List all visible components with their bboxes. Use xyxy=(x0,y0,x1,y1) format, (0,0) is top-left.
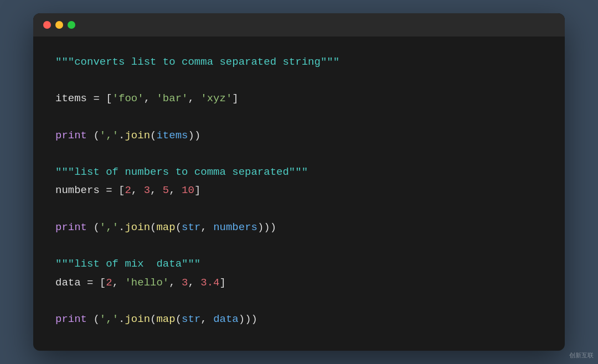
title-bar xyxy=(33,13,565,37)
close-button[interactable] xyxy=(43,21,51,29)
blank-line-4 xyxy=(55,200,543,219)
code-line-docstring3: """list of mix data""" xyxy=(55,255,543,273)
code-editor: """converts list to comma separated stri… xyxy=(33,37,565,351)
code-line-docstring2: """list of numbers to comma separated""" xyxy=(55,163,543,181)
code-line-docstring1: """converts list to comma separated stri… xyxy=(55,53,543,71)
code-line-print3: print (','.join(map(str, data))) xyxy=(55,310,543,329)
code-line-items: items = ['foo', 'bar', 'xyz'] xyxy=(55,90,543,108)
blank-line-6 xyxy=(55,292,543,310)
watermark: 创新互联 xyxy=(569,351,594,360)
blank-line-2 xyxy=(55,108,543,126)
blank-line-5 xyxy=(55,237,543,255)
minimize-button[interactable] xyxy=(55,21,63,29)
code-line-data: data = [2, 'hello', 3, 3.4] xyxy=(55,274,543,292)
code-line-print2: print (','.join(map(str, numbers))) xyxy=(55,219,543,237)
code-line-numbers: numbers = [2, 3, 5, 10] xyxy=(55,181,543,200)
blank-line-1 xyxy=(55,71,543,90)
blank-line-3 xyxy=(55,145,543,163)
code-line-print1: print (','.join(items)) xyxy=(55,127,543,145)
maximize-button[interactable] xyxy=(68,21,75,29)
code-window: """converts list to comma separated stri… xyxy=(33,13,565,351)
